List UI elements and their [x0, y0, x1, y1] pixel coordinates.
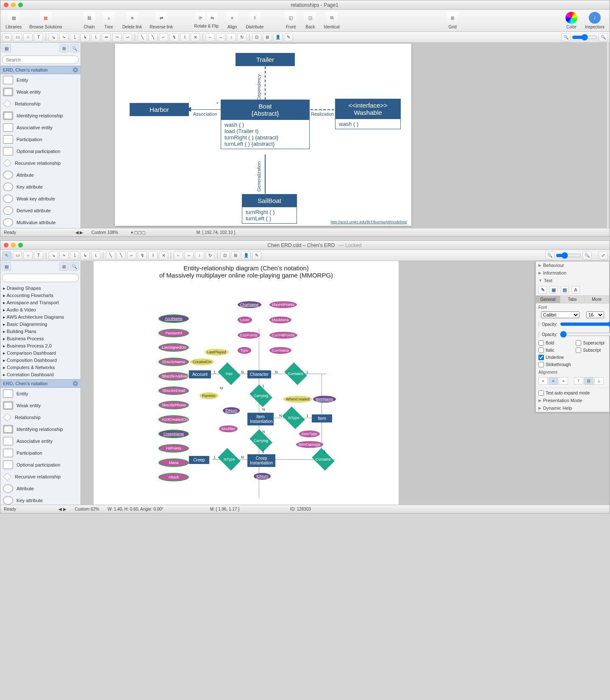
library-item[interactable]: Weak entity	[0, 86, 80, 98]
attr-modifier[interactable]: Modifier	[219, 425, 238, 432]
inspector-tab-more[interactable]: More	[585, 296, 609, 303]
l3[interactable]: ⌐	[127, 251, 136, 260]
l5[interactable]: ⌇	[148, 251, 158, 260]
inspector-section-information[interactable]: ▶Information	[536, 269, 609, 277]
attr-selected[interactable]: SbscrbrAddress	[159, 373, 188, 380]
identical-button[interactable]: ⧉Identical	[324, 12, 339, 29]
class-harbor[interactable]: Harbor	[130, 103, 189, 116]
font-select[interactable]: Calibri	[541, 311, 580, 318]
c4[interactable]: ↳	[80, 251, 90, 260]
grid-button[interactable]: ⊞Grid	[446, 12, 458, 29]
reverse-link-button[interactable]: ⇄Reverse link	[150, 12, 173, 29]
text-style-pencil-icon[interactable]: ✎	[538, 286, 547, 294]
valign-bot[interactable]: ⊥	[594, 377, 604, 385]
minimize-icon[interactable]	[11, 243, 16, 247]
zoom-actual[interactable]: ⊞	[263, 33, 272, 42]
attr-itemtype[interactable]: ItemType	[299, 431, 320, 437]
connector-4[interactable]: ↳	[80, 33, 90, 42]
library-item[interactable]: Relationship	[0, 411, 80, 423]
text-style-shadow-icon[interactable]: ▤	[560, 286, 569, 294]
italic-checkbox[interactable]: Italic	[536, 347, 573, 354]
attr-lastplayed[interactable]: LastPlayed	[205, 349, 229, 356]
ellipse-tool[interactable]: ○	[23, 33, 33, 42]
distribute-button[interactable]: ⫴Distribute	[246, 12, 263, 29]
opacity-slider-2[interactable]	[560, 331, 610, 338]
pointer-tool[interactable]: ▭	[2, 33, 11, 42]
attr[interactable]: CharName	[238, 301, 261, 308]
ellipse-tool-2[interactable]: ○	[23, 251, 33, 260]
library-item[interactable]: Participation	[0, 447, 80, 459]
c2[interactable]: ⤷	[59, 251, 69, 260]
tree-item[interactable]: ▸ Business Process	[1, 335, 80, 342]
inspector-tab-general[interactable]: General	[536, 296, 560, 303]
browse-solutions-button[interactable]: ▦Browse Solutions	[29, 12, 62, 29]
attr-idnum[interactable]: IDNum	[223, 407, 240, 414]
library-item[interactable]: Optional participation	[0, 459, 80, 471]
class-sailboat[interactable]: SailBoat turnRight ( )turnLeft ( )	[242, 194, 297, 224]
zoom-fit[interactable]: ⊡	[252, 33, 261, 42]
text-style-fill-icon[interactable]: ▣	[549, 286, 558, 294]
attr-selected[interactable]: HitPoints	[159, 445, 188, 452]
page-next-icon[interactable]: ▶	[80, 230, 83, 235]
connector-6[interactable]: ⥰	[102, 33, 111, 42]
a3[interactable]: ↕	[195, 251, 204, 260]
attr[interactable]: Type	[238, 347, 251, 354]
super-checkbox[interactable]: Superscript	[573, 339, 609, 347]
library-item[interactable]: Identifying relationship	[0, 423, 80, 435]
inspectors-button[interactable]: iInspectors	[585, 12, 604, 29]
valign-top[interactable]: ⊤	[574, 377, 583, 385]
library-item[interactable]: Recursive relationship	[0, 157, 80, 169]
library-item[interactable]: Weak entity	[0, 400, 80, 411]
l2[interactable]: ╲	[116, 251, 126, 260]
back-button[interactable]: ◲Back	[304, 12, 316, 29]
expand-icon[interactable]: ⤢	[599, 251, 608, 260]
line-1[interactable]: ╲	[138, 33, 147, 42]
zoom-slider-2[interactable]	[556, 252, 581, 259]
library-item[interactable]: Participation	[0, 133, 80, 145]
traffic-lights-2[interactable]	[4, 243, 23, 247]
delete-link-button[interactable]: ✕Delete link	[122, 12, 142, 29]
minimize-icon[interactable]	[11, 3, 16, 7]
arrow-2[interactable]: ↔	[216, 33, 225, 42]
scrollbar[interactable]	[607, 43, 610, 228]
line-6[interactable]: ⤨	[191, 33, 200, 42]
zoom-slider[interactable]	[572, 34, 597, 41]
l1[interactable]: ╲	[106, 251, 115, 260]
zoom-in-2[interactable]: 🔍	[582, 251, 592, 260]
library-item[interactable]: Relationship	[0, 98, 80, 110]
opacity-slider-1[interactable]	[560, 321, 610, 328]
tree-item[interactable]: ▸ Aerospace and Transport	[1, 299, 80, 306]
a1[interactable]: ←	[174, 251, 183, 260]
rel-carrying-2[interactable]: Carrying	[250, 429, 272, 452]
attr[interactable]: MaxHitPoints	[269, 301, 297, 308]
arrow-1[interactable]: ←	[205, 33, 215, 42]
library-item[interactable]: Key attribute	[0, 494, 80, 505]
entity-creep-inst[interactable]: Creep Instantiation	[247, 454, 275, 467]
traffic-lights[interactable]	[4, 3, 23, 7]
arrow-4[interactable]: ↻	[237, 33, 247, 42]
chain-button[interactable]: ⛓Chain	[83, 12, 95, 29]
attr-raninto[interactable]: RanInto	[200, 392, 218, 399]
side-collapse-2[interactable]: ▤	[2, 262, 11, 271]
library-item[interactable]: Multivalue attribute	[0, 217, 80, 228]
page-prev-icon[interactable]: ◀	[75, 230, 79, 235]
library-item[interactable]: Entity	[0, 74, 80, 86]
library-item[interactable]: Entity	[0, 388, 80, 400]
attr-selected[interactable]: AcctCreatedOn	[159, 416, 188, 423]
class-trailer[interactable]: Trailer	[236, 53, 295, 66]
library-item[interactable]: Optional participation	[0, 145, 80, 157]
c5[interactable]: ⤹	[91, 251, 100, 260]
zoom-readout[interactable]: Custom 108%	[92, 230, 118, 235]
library-item[interactable]: Weak key attribute	[0, 193, 80, 205]
align-button[interactable]: ≡Align	[226, 12, 238, 29]
rel-istype[interactable]: IsType	[282, 406, 305, 429]
entity-character[interactable]: Character	[247, 370, 271, 378]
entity-item-inst[interactable]: Item Instantiation	[247, 413, 274, 425]
library-item[interactable]: Attribute	[0, 483, 80, 494]
attr-itemdamage[interactable]: ItemDamage	[296, 441, 323, 448]
libraries-button[interactable]: ▤Libraries	[6, 12, 22, 29]
tree-item[interactable]: ▸ Composition Dashboard	[1, 357, 80, 364]
library-item[interactable]: Associative entity	[0, 122, 80, 133]
close-library-2[interactable]: ×	[73, 381, 78, 386]
dynamic-help[interactable]: ▶Dynamic Help	[536, 404, 609, 412]
